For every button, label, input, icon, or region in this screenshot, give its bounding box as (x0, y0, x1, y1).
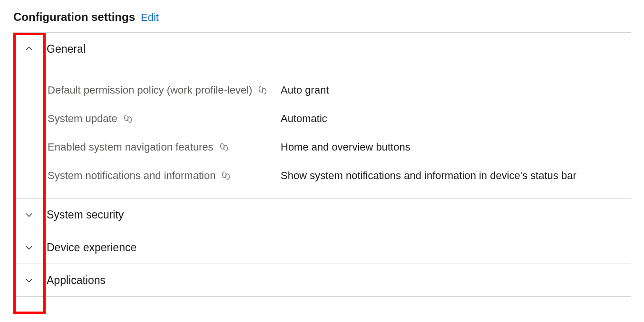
copilot-icon[interactable] (220, 170, 232, 181)
page-title: Configuration settings (13, 10, 135, 24)
setting-label: System notifications and information (48, 168, 281, 184)
section-header-device-experience[interactable]: Device experience (13, 231, 631, 264)
edit-link[interactable]: Edit (141, 11, 159, 24)
setting-value: Show system notifications and informatio… (281, 168, 631, 184)
settings-accordion: General Default permission policy (work … (13, 33, 631, 297)
setting-row: Default permission policy (work profile-… (13, 78, 631, 107)
setting-row: Enabled system navigation features Home … (13, 135, 631, 164)
setting-value: Automatic (281, 111, 631, 127)
section-header-general[interactable]: General (13, 33, 631, 65)
section-title-general: General (45, 43, 86, 56)
copilot-icon[interactable] (257, 85, 268, 96)
section-system-security: System security (13, 199, 631, 231)
page-header: Configuration settings Edit (13, 10, 631, 24)
section-title-device-experience: Device experience (45, 241, 137, 254)
section-body-general: Default permission policy (work profile-… (13, 65, 631, 198)
section-general: General Default permission policy (work … (13, 33, 631, 199)
section-title-applications: Applications (45, 274, 106, 287)
section-header-system-security[interactable]: System security (13, 199, 631, 231)
section-title-system-security: System security (45, 208, 124, 221)
section-device-experience: Device experience (13, 231, 631, 264)
chevron-down-icon (25, 210, 33, 219)
setting-label: Enabled system navigation features (48, 139, 281, 155)
copilot-icon[interactable] (122, 113, 134, 124)
copilot-icon[interactable] (218, 142, 230, 153)
section-applications: Applications (13, 264, 631, 297)
chevron-down-icon (25, 243, 33, 252)
setting-value: Auto grant (281, 82, 631, 98)
setting-value: Home and overview buttons (281, 139, 631, 155)
chevron-down-icon (25, 276, 33, 284)
chevron-up-icon (25, 45, 33, 53)
section-header-applications[interactable]: Applications (13, 264, 631, 296)
setting-label: Default permission policy (work profile-… (48, 82, 281, 98)
setting-row: System notifications and information Sho… (13, 164, 631, 188)
setting-label: System update (48, 111, 281, 127)
setting-row: System update Automatic (13, 107, 631, 135)
